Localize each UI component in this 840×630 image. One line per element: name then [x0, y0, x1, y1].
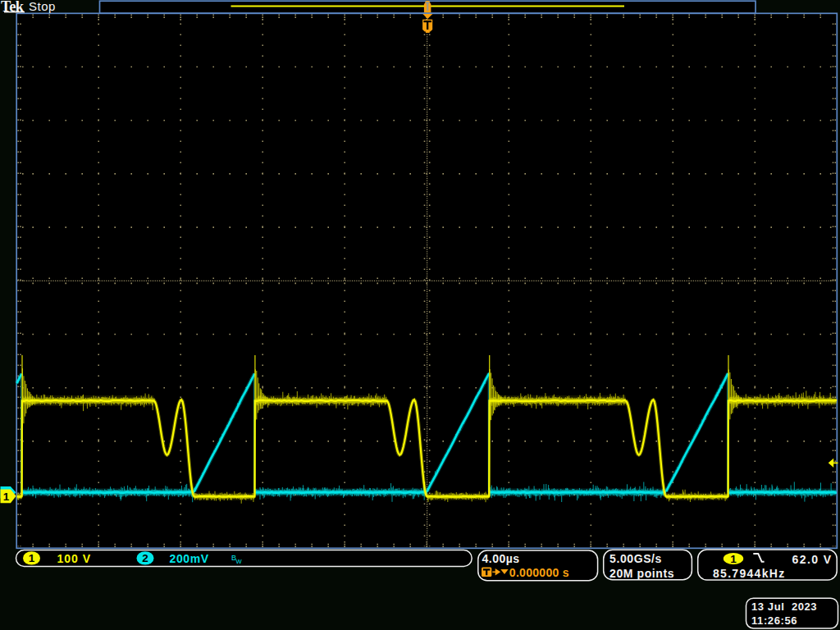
svg-text:13 Jul 2023: 13 Jul 2023: [751, 600, 817, 613]
svg-text:4.00µs: 4.00µs: [482, 552, 520, 565]
svg-text:W: W: [236, 558, 243, 565]
svg-text:1: 1: [29, 552, 35, 564]
svg-text:1: 1: [730, 553, 737, 565]
svg-text:200mV: 200mV: [170, 552, 209, 565]
svg-text:Stop: Stop: [29, 0, 56, 13]
svg-text:0.000000 s: 0.000000 s: [509, 566, 569, 579]
svg-text:1: 1: [3, 491, 10, 503]
svg-text:2: 2: [142, 552, 148, 564]
svg-text:20M points: 20M points: [609, 567, 674, 580]
svg-text:62.0 V: 62.0 V: [792, 553, 833, 566]
svg-text:85.7944kHz: 85.7944kHz: [713, 567, 786, 580]
svg-text:5.00GS/s: 5.00GS/s: [609, 552, 662, 565]
svg-text:11:26:56: 11:26:56: [751, 614, 797, 627]
svg-text:100 V: 100 V: [57, 552, 92, 565]
